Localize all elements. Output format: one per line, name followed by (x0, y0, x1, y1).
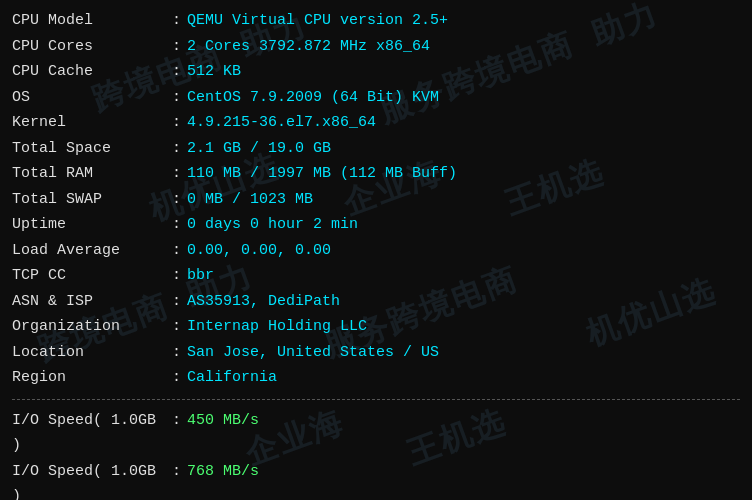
table-row: ASN & ISP: AS35913, DediPath (12, 289, 740, 315)
io-speed-section: I/O Speed( 1.0GB ): 450 MB/sI/O Speed( 1… (12, 408, 740, 501)
row-colon: : (172, 314, 181, 340)
io-colon: : (172, 408, 181, 434)
row-label: OS (12, 85, 172, 111)
row-value: San Jose, United States / US (187, 340, 439, 366)
row-label: Uptime (12, 212, 172, 238)
table-row: CPU Cores: 2 Cores 3792.872 MHz x86_64 (12, 34, 740, 60)
row-value: Internap Holding LLC (187, 314, 367, 340)
row-label: Total RAM (12, 161, 172, 187)
io-row: I/O Speed( 1.0GB ): 768 MB/s (12, 459, 740, 501)
system-info-section: CPU Model: QEMU Virtual CPU version 2.5+… (12, 8, 740, 391)
row-colon: : (172, 161, 181, 187)
divider (12, 399, 740, 400)
row-value: California (187, 365, 277, 391)
table-row: Location: San Jose, United States / US (12, 340, 740, 366)
row-value: 2.1 GB / 19.0 GB (187, 136, 331, 162)
table-row: Kernel: 4.9.215-36.el7.x86_64 (12, 110, 740, 136)
io-value: 768 MB/s (187, 459, 259, 485)
row-value: bbr (187, 263, 214, 289)
row-colon: : (172, 8, 181, 34)
row-label: CPU Model (12, 8, 172, 34)
row-value: 2 Cores 3792.872 MHz x86_64 (187, 34, 430, 60)
row-colon: : (172, 263, 181, 289)
table-row: Total RAM: 110 MB / 1997 MB (112 MB Buff… (12, 161, 740, 187)
io-label: I/O Speed( 1.0GB ) (12, 459, 172, 501)
row-value: 512 KB (187, 59, 241, 85)
io-value: 450 MB/s (187, 408, 259, 434)
table-row: CPU Model: QEMU Virtual CPU version 2.5+ (12, 8, 740, 34)
row-colon: : (172, 85, 181, 111)
row-value: 110 MB / 1997 MB (112 MB Buff) (187, 161, 457, 187)
row-label: ASN & ISP (12, 289, 172, 315)
row-label: Total Space (12, 136, 172, 162)
row-value: CentOS 7.9.2009 (64 Bit) KVM (187, 85, 439, 111)
row-colon: : (172, 136, 181, 162)
row-colon: : (172, 365, 181, 391)
row-value: 0 days 0 hour 2 min (187, 212, 358, 238)
table-row: Load Average: 0.00, 0.00, 0.00 (12, 238, 740, 264)
row-colon: : (172, 110, 181, 136)
row-colon: : (172, 187, 181, 213)
row-colon: : (172, 340, 181, 366)
row-colon: : (172, 289, 181, 315)
row-label: Region (12, 365, 172, 391)
table-row: TCP CC: bbr (12, 263, 740, 289)
row-label: Total SWAP (12, 187, 172, 213)
row-label: Kernel (12, 110, 172, 136)
row-colon: : (172, 212, 181, 238)
row-label: Organization (12, 314, 172, 340)
row-value: AS35913, DediPath (187, 289, 340, 315)
io-row: I/O Speed( 1.0GB ): 450 MB/s (12, 408, 740, 459)
row-label: Load Average (12, 238, 172, 264)
row-label: CPU Cores (12, 34, 172, 60)
table-row: Uptime: 0 days 0 hour 2 min (12, 212, 740, 238)
table-row: Region: California (12, 365, 740, 391)
row-label: Location (12, 340, 172, 366)
row-colon: : (172, 238, 181, 264)
row-label: CPU Cache (12, 59, 172, 85)
main-content: CPU Model: QEMU Virtual CPU version 2.5+… (0, 0, 752, 500)
row-colon: : (172, 34, 181, 60)
table-row: CPU Cache: 512 KB (12, 59, 740, 85)
table-row: Organization: Internap Holding LLC (12, 314, 740, 340)
row-value: QEMU Virtual CPU version 2.5+ (187, 8, 448, 34)
table-row: OS: CentOS 7.9.2009 (64 Bit) KVM (12, 85, 740, 111)
io-colon: : (172, 459, 181, 485)
row-value: 4.9.215-36.el7.x86_64 (187, 110, 376, 136)
table-row: Total Space: 2.1 GB / 19.0 GB (12, 136, 740, 162)
row-colon: : (172, 59, 181, 85)
table-row: Total SWAP: 0 MB / 1023 MB (12, 187, 740, 213)
io-label: I/O Speed( 1.0GB ) (12, 408, 172, 459)
row-value: 0 MB / 1023 MB (187, 187, 313, 213)
row-value: 0.00, 0.00, 0.00 (187, 238, 331, 264)
row-label: TCP CC (12, 263, 172, 289)
